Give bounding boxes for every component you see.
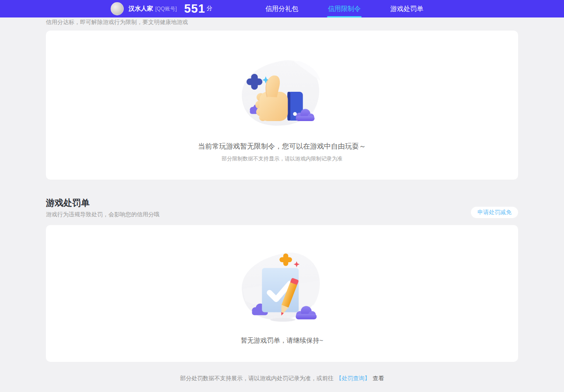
credit-score-value: 551 <box>184 2 205 16</box>
punishment-empty-text: 暂无游戏罚单，请继续保持~ <box>241 336 324 345</box>
footer-note: 部分处罚数据不支持展示，请以游戏内处罚记录为准，或前往 【处罚查询】 查看 <box>46 375 518 382</box>
punishment-query-link[interactable]: 【处罚查询】 <box>336 375 370 382</box>
apply-punishment-relief-button[interactable]: 申请处罚减免 <box>471 207 518 218</box>
tab-credit-gift[interactable]: 信用分礼包 <box>265 0 298 17</box>
restriction-section-subtitle: 信用分达标，即可解除游戏行为限制，要文明健康地游戏 <box>46 17 518 26</box>
punishment-section-header: 游戏处罚单 游戏行为违规导致处罚，会影响您的信用分哦 申请处罚减免 <box>46 198 518 219</box>
restriction-empty-text: 当前常玩游戏暂无限制令，您可以在游戏中自由玩耍～ <box>198 142 366 151</box>
restriction-note-text: 部分限制数据不支持显示，请以游戏内限制记录为准 <box>222 155 342 163</box>
account-type-label: [QQ账号] <box>155 5 177 13</box>
punishment-section-subtitle: 游戏行为违规导致处罚，会影响您的信用分哦 <box>46 211 160 219</box>
thumbs-up-illustration <box>236 54 328 132</box>
document-pencil-illustration <box>236 243 328 326</box>
user-info-block: 汉水人家 [QQ账号] 551 分 <box>111 2 212 16</box>
header-tabs: 信用分礼包 信用限制令 游戏处罚单 <box>265 0 423 17</box>
user-avatar <box>111 2 124 15</box>
sleeve-dot <box>293 112 297 116</box>
credit-score-unit: 分 <box>206 4 212 14</box>
restriction-empty-card: 当前常玩游戏暂无限制令，您可以在游戏中自由玩耍～ 部分限制数据不支持显示，请以游… <box>46 31 518 180</box>
footer-text-before: 部分处罚数据不支持展示，请以游戏内处罚记录为准，或前往 <box>180 375 334 382</box>
tab-game-punishment[interactable]: 游戏处罚单 <box>390 0 423 17</box>
footer-text-after: 查看 <box>373 375 384 382</box>
user-name: 汉水人家 <box>129 5 153 13</box>
top-navigation-bar: 汉水人家 [QQ账号] 551 分 信用分礼包 信用限制令 游戏处罚单 <box>0 0 564 17</box>
ground-shadow <box>270 318 295 322</box>
tab-credit-restriction[interactable]: 信用限制令 <box>328 0 361 17</box>
punishment-empty-card: 暂无游戏罚单，请继续保持~ <box>46 225 518 362</box>
punishment-section-title: 游戏处罚单 <box>46 198 160 208</box>
